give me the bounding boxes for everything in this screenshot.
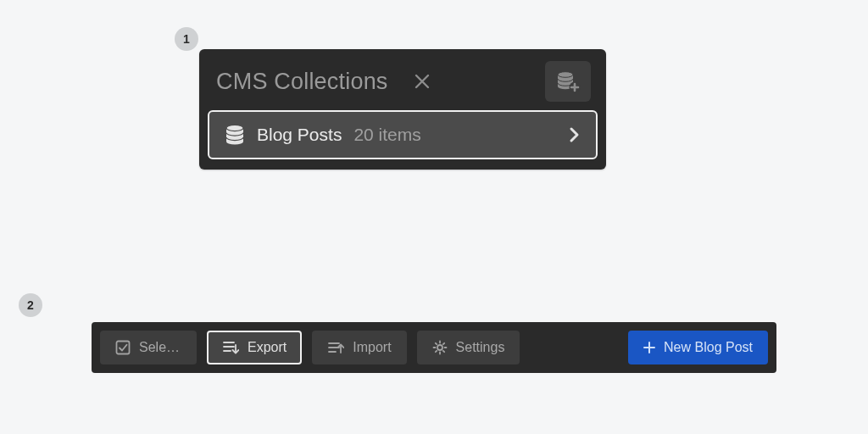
database-icon [225, 124, 245, 146]
import-button[interactable]: Import [312, 331, 406, 364]
cms-collections-panel: CMS Collections [199, 49, 606, 170]
export-icon [222, 340, 239, 355]
step-badge-2: 2 [19, 293, 42, 317]
select-label: Select... [139, 340, 181, 355]
export-button[interactable]: Export [207, 331, 302, 364]
export-label: Export [248, 340, 287, 355]
step-badge-1: 1 [175, 27, 198, 51]
settings-label: Settings [456, 340, 505, 355]
plus-icon [643, 342, 655, 353]
database-plus-icon [555, 69, 581, 94]
panel-title: CMS Collections [216, 69, 388, 95]
add-collection-button[interactable] [545, 61, 591, 102]
import-label: Import [353, 340, 391, 355]
close-icon[interactable] [409, 73, 436, 90]
collection-count: 20 items [353, 125, 420, 145]
collection-toolbar: Select... Export Import [92, 322, 776, 373]
settings-button[interactable]: Settings [417, 331, 520, 364]
collection-item-blog-posts[interactable]: Blog Posts 20 items [208, 110, 598, 159]
new-blog-post-button[interactable]: New Blog Post [628, 331, 768, 364]
select-button[interactable]: Select... [100, 331, 197, 364]
checkbox-icon [115, 340, 131, 355]
gear-icon [432, 340, 448, 355]
svg-point-6 [437, 345, 442, 350]
chevron-right-icon [569, 126, 581, 143]
new-blog-post-label: New Blog Post [664, 340, 753, 355]
import-icon [327, 340, 344, 355]
collection-name: Blog Posts [257, 125, 342, 145]
svg-rect-5 [117, 342, 130, 354]
panel-header: CMS Collections [208, 58, 598, 110]
